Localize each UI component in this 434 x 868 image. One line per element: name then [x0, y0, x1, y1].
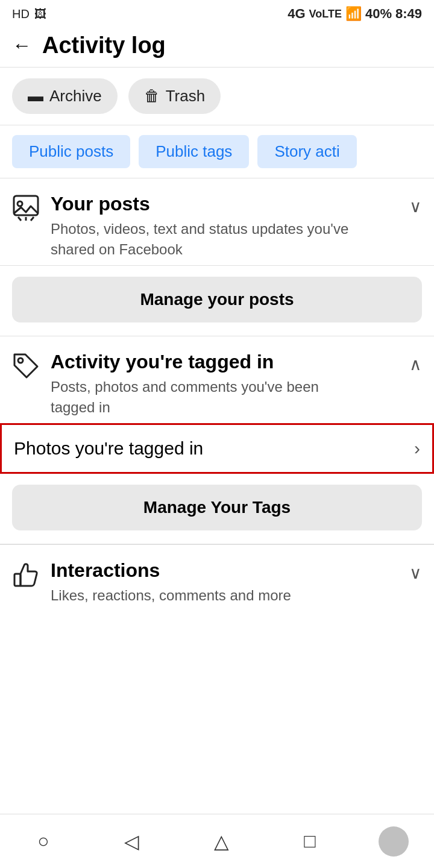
- header: ← Activity log: [0, 27, 434, 68]
- pills-row: ▬ Archive 🗑 Trash: [0, 68, 434, 125]
- bottom-nav: ○ ◁ △ □: [0, 814, 434, 868]
- svg-point-1: [17, 201, 22, 206]
- nav-recents-button[interactable]: □: [292, 824, 327, 858]
- hd-label: HD: [12, 7, 30, 21]
- photos-tagged-chevron: ›: [414, 438, 420, 459]
- archive-label: Archive: [49, 87, 102, 105]
- nav-home-button[interactable]: △: [202, 824, 241, 859]
- network-label: 4G: [288, 6, 305, 22]
- your-posts-chevron[interactable]: ∨: [409, 197, 422, 216]
- your-posts-section: Your posts Photos, videos, text and stat…: [0, 178, 434, 266]
- tab-story-activity[interactable]: Story acti: [257, 135, 356, 168]
- status-right: 4G VoLTE 📶 40% 8:49: [288, 6, 422, 22]
- tag-icon: [12, 352, 40, 386]
- tab-public-posts[interactable]: Public posts: [12, 135, 130, 168]
- posts-icon: [12, 194, 40, 228]
- trash-pill[interactable]: 🗑 Trash: [128, 78, 221, 114]
- archive-pill[interactable]: ▬ Archive: [12, 78, 118, 114]
- interactions-header: Interactions Likes, reactions, comments …: [12, 559, 422, 606]
- interactions-chevron[interactable]: ∨: [409, 563, 422, 583]
- your-posts-text: Your posts Photos, videos, text and stat…: [51, 193, 364, 259]
- activity-tagged-desc: Posts, photos and comments you've been t…: [51, 377, 364, 417]
- trash-icon: 🗑: [144, 87, 160, 105]
- nav-circle-button[interactable]: ○: [25, 824, 61, 858]
- manage-posts-button[interactable]: Manage your posts: [12, 277, 422, 322]
- interactions-title: Interactions: [51, 559, 291, 582]
- filter-tabs-row: Public posts Public tags Story acti: [0, 125, 434, 178]
- svg-rect-3: [14, 574, 20, 586]
- activity-tagged-title: Activity you're tagged in: [51, 351, 364, 373]
- back-button[interactable]: ←: [12, 34, 31, 57]
- status-left: HD 🖼: [12, 7, 46, 21]
- activity-tagged-header: Activity you're tagged in Posts, photos …: [12, 351, 422, 417]
- bottom-spacer: [0, 612, 434, 672]
- nav-back-button[interactable]: ◁: [112, 824, 151, 859]
- photos-tagged-row[interactable]: Photos you're tagged in ›: [0, 423, 434, 474]
- photos-tagged-label: Photos you're tagged in: [14, 438, 203, 459]
- your-posts-desc: Photos, videos, text and status updates …: [51, 219, 364, 259]
- archive-icon: ▬: [28, 87, 43, 105]
- activity-tagged-chevron[interactable]: ∧: [409, 354, 422, 374]
- manage-tags-button[interactable]: Manage Your Tags: [12, 485, 422, 530]
- interactions-desc: Likes, reactions, comments and more: [51, 585, 291, 606]
- your-posts-title: Your posts: [51, 193, 364, 215]
- nav-dot-button[interactable]: [379, 826, 409, 857]
- status-bar: HD 🖼 4G VoLTE 📶 40% 8:49: [0, 0, 434, 27]
- tab-public-tags[interactable]: Public tags: [139, 135, 249, 168]
- activity-tagged-text: Activity you're tagged in Posts, photos …: [51, 351, 364, 417]
- time-label: 8:49: [395, 6, 422, 22]
- your-posts-icon-title: Your posts Photos, videos, text and stat…: [12, 193, 364, 259]
- volte-label: VoLTE: [309, 8, 342, 20]
- interactions-section: Interactions Likes, reactions, comments …: [0, 544, 434, 612]
- trash-label: Trash: [166, 87, 206, 105]
- thumbsup-icon: [12, 561, 40, 594]
- battery-label: 40%: [365, 6, 392, 22]
- activity-tagged-section: Activity you're tagged in Posts, photos …: [0, 336, 434, 423]
- interactions-text: Interactions Likes, reactions, comments …: [51, 559, 291, 606]
- interactions-icon-title: Interactions Likes, reactions, comments …: [12, 559, 291, 606]
- signal-icon: 📶: [345, 6, 362, 22]
- your-posts-header: Your posts Photos, videos, text and stat…: [12, 193, 422, 259]
- activity-tagged-icon-title: Activity you're tagged in Posts, photos …: [12, 351, 364, 417]
- page-title: Activity log: [42, 33, 166, 58]
- image-icon: 🖼: [34, 7, 46, 21]
- svg-point-2: [18, 358, 23, 363]
